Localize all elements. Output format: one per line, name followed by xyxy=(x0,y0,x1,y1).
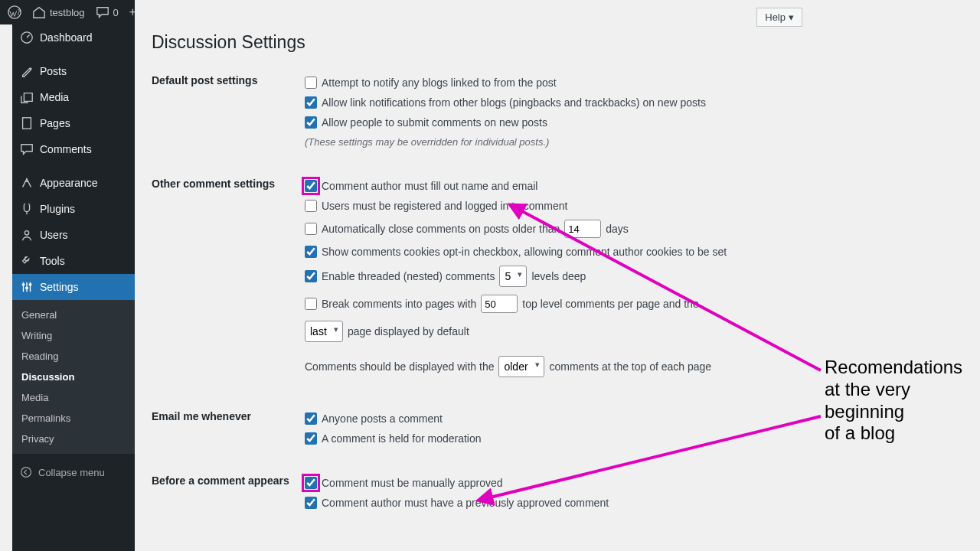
cb-allow-comment[interactable] xyxy=(305,116,317,129)
section-before-comment: Before a comment appears xyxy=(152,473,305,513)
comments-count: 0 xyxy=(113,7,119,18)
lbl-display-pre: Comments should be displayed with the xyxy=(305,360,494,373)
lbl-prev-approved: Comment author must have a previously ap… xyxy=(322,497,609,509)
override-note: (These settings may be overridden for in… xyxy=(305,132,818,152)
lbl-manual-approve: Comment must be manually approved xyxy=(322,477,503,489)
lbl-auto-close-post: days xyxy=(606,223,629,235)
lbl-break-mid: top level comments per page and the xyxy=(522,298,698,310)
cb-author-fill[interactable] xyxy=(305,180,317,192)
cb-anyone-posts[interactable] xyxy=(305,412,317,425)
menu-media[interactable]: Media xyxy=(12,84,135,110)
cb-auto-close[interactable] xyxy=(305,223,317,235)
cb-held-moderation[interactable] xyxy=(305,432,317,445)
site-link[interactable]: testblog xyxy=(32,5,85,19)
menu-plugins[interactable]: Plugins xyxy=(12,196,135,222)
chevron-down-icon: ▾ xyxy=(789,11,794,23)
menu-tools[interactable]: Tools xyxy=(12,248,135,274)
lbl-display-post: comments at the top of each page xyxy=(549,360,711,373)
help-button[interactable]: Help▾ xyxy=(756,8,802,27)
lbl-allow-ping: Allow link notifications from other blog… xyxy=(322,96,706,109)
lbl-allow-comment: Allow people to submit comments on new p… xyxy=(322,116,547,129)
menu-users[interactable]: Users xyxy=(12,222,135,248)
collapse-menu[interactable]: Collapse menu xyxy=(12,460,135,484)
lbl-break-pre: Break comments into pages with xyxy=(322,298,476,310)
input-auto-close-days[interactable] xyxy=(564,220,601,238)
menu-appearance[interactable]: Appearance xyxy=(12,170,135,196)
cb-allow-ping[interactable] xyxy=(305,96,317,109)
sub-media[interactable]: Media xyxy=(12,387,135,408)
page-title: Discussion Settings xyxy=(152,32,818,53)
wp-logo[interactable] xyxy=(8,5,21,19)
sub-reading[interactable]: Reading xyxy=(12,346,135,367)
toolbar-comments[interactable]: 0 xyxy=(96,5,119,19)
lbl-threaded-pre: Enable threaded (nested) comments xyxy=(322,270,495,282)
cb-users-registered[interactable] xyxy=(305,200,317,212)
sel-threaded-levels[interactable]: 5 xyxy=(499,266,527,287)
admin-sidebar: Dashboard Posts Media Pages Comments App… xyxy=(12,0,135,551)
sub-general[interactable]: General xyxy=(12,305,135,325)
cb-prev-approved[interactable] xyxy=(305,497,317,509)
lbl-cookies-optin: Show comments cookies opt-in checkbox, a… xyxy=(322,246,727,258)
main-content: Help▾ Discussion Settings Default post s… xyxy=(135,0,818,551)
lbl-auto-close-pre: Automatically close comments on posts ol… xyxy=(322,223,560,235)
lbl-held-moderation: A comment is held for moderation xyxy=(322,432,482,445)
annotation-text: Recomendations at the very beginning of … xyxy=(825,357,962,445)
cb-threaded[interactable] xyxy=(305,270,317,282)
settings-submenu: General Writing Reading Discussion Media… xyxy=(12,300,135,454)
sub-privacy[interactable]: Privacy xyxy=(12,429,135,449)
section-default-post: Default post settings xyxy=(152,73,305,152)
menu-pages[interactable]: Pages xyxy=(12,110,135,136)
lbl-anyone-posts: Anyone posts a comment xyxy=(322,412,443,425)
sub-permalinks[interactable]: Permalinks xyxy=(12,408,135,429)
svg-point-7 xyxy=(21,468,31,478)
lbl-break-post: page displayed by default xyxy=(348,325,469,337)
lbl-users-registered: Users must be registered and logged in t… xyxy=(322,200,567,212)
site-name: testblog xyxy=(50,7,85,18)
menu-dashboard[interactable]: Dashboard xyxy=(12,24,135,51)
menu-posts[interactable]: Posts xyxy=(12,58,135,84)
cb-attempt-notify[interactable] xyxy=(305,77,317,89)
cb-manual-approve[interactable] xyxy=(305,477,317,489)
menu-comments[interactable]: Comments xyxy=(12,136,135,162)
cb-cookies-optin[interactable] xyxy=(305,246,317,258)
sel-break-page[interactable]: last xyxy=(305,321,343,342)
sub-writing[interactable]: Writing xyxy=(12,325,135,346)
lbl-author-fill: Comment author must fill out name and em… xyxy=(322,180,537,192)
svg-rect-2 xyxy=(23,118,31,129)
sub-discussion[interactable]: Discussion xyxy=(12,367,135,387)
cb-break-pages[interactable] xyxy=(305,298,317,310)
section-email-me: Email me whenever xyxy=(152,409,305,448)
section-other-comment: Other comment settings xyxy=(152,176,305,381)
svg-point-3 xyxy=(24,231,28,235)
menu-settings[interactable]: Settings xyxy=(12,274,135,300)
lbl-threaded-post: levels deep xyxy=(531,270,586,282)
sel-display-order[interactable]: older xyxy=(498,356,544,377)
input-break-count[interactable] xyxy=(481,295,518,313)
lbl-attempt-notify: Attempt to notify any blogs linked to fr… xyxy=(322,77,557,89)
